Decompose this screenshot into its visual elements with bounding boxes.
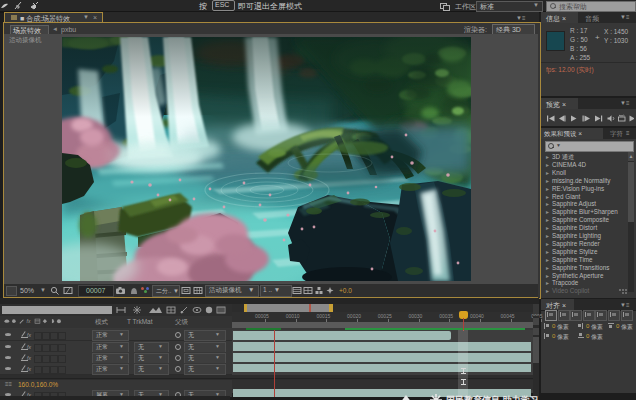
svg-text:fx: fx xyxy=(27,319,31,324)
